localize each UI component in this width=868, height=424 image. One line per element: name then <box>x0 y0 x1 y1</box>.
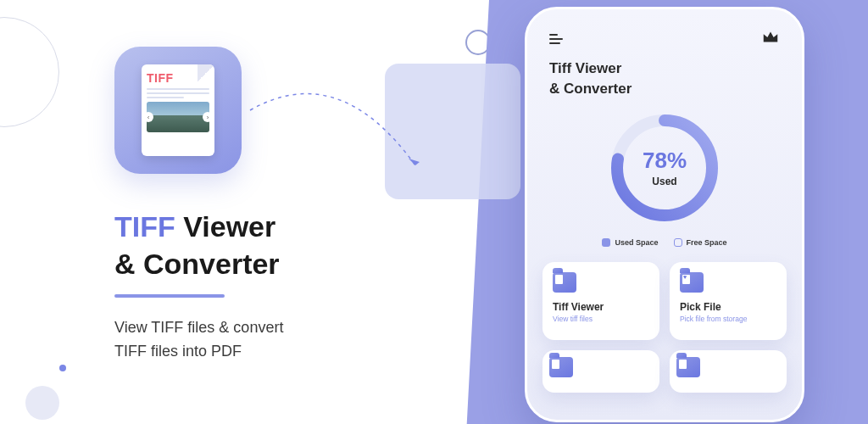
menu-icon[interactable] <box>549 34 565 44</box>
card-title: Pick File <box>680 301 776 313</box>
hero-subtitle: View TIFF files & convert TIFF files int… <box>114 316 283 364</box>
legend-used-label: Used Space <box>615 238 658 247</box>
headline-line2: & Converter <box>114 248 280 280</box>
gauge-label: Used <box>652 176 676 187</box>
deco-circle-filled <box>25 386 59 420</box>
legend-used: Used Space <box>602 238 658 247</box>
card-subtitle: View tiff files <box>553 315 649 323</box>
phone-mockup: Tiff Viewer & Converter 78% Used Used Sp… <box>525 7 804 422</box>
file-type-label: TIFF <box>147 71 209 85</box>
card-pick-file[interactable]: Pick File Pick file from storage <box>670 262 787 340</box>
legend-used-swatch-icon <box>602 238 610 247</box>
folder-doc-icon <box>553 272 576 293</box>
deco-circle-outline <box>0 17 59 127</box>
headline-accent: TIFF <box>114 210 175 243</box>
phone-app-title: Tiff Viewer & Converter <box>527 50 802 99</box>
hero-headline: TIFF Viewer & Converter <box>114 208 283 282</box>
action-cards: Tiff Viewer View tiff files Pick File Pi… <box>527 247 802 393</box>
card-tiff-viewer[interactable]: Tiff Viewer View tiff files <box>542 262 659 340</box>
gauge-percent: 78% <box>643 148 687 174</box>
crown-icon[interactable] <box>761 28 780 50</box>
gauge-legend: Used Space Free Space <box>527 238 802 247</box>
file-thumbnail-icon: ‹ › <box>147 102 209 132</box>
file-lines-icon <box>147 88 209 98</box>
legend-free-label: Free Space <box>687 238 727 247</box>
card-stub[interactable] <box>670 350 787 393</box>
headline-rest1: Viewer <box>175 210 275 243</box>
next-arrow-icon: › <box>203 112 213 122</box>
app-title-line2: & Converter <box>549 81 632 97</box>
subtitle-line1: View TIFF files & convert <box>114 319 283 336</box>
card-title: Tiff Viewer <box>553 301 649 313</box>
card-stub[interactable] <box>542 350 659 393</box>
app-title-line1: Tiff Viewer <box>549 60 621 76</box>
app-icon: TIFF ‹ › <box>114 47 242 174</box>
folder-icon <box>549 357 573 377</box>
card-subtitle: Pick file from storage <box>680 315 776 323</box>
tiff-file-icon: TIFF ‹ › <box>142 64 214 156</box>
folder-heart-icon <box>680 272 704 293</box>
storage-gauge: 78% Used <box>527 111 802 225</box>
prev-arrow-icon: ‹ <box>143 112 153 122</box>
subtitle-line2: TIFF files into PDF <box>114 343 242 360</box>
legend-free-swatch-icon <box>674 238 682 247</box>
phone-header <box>527 28 802 50</box>
folder-icon <box>676 357 700 377</box>
deco-dot <box>59 365 66 371</box>
legend-free: Free Space <box>674 238 727 247</box>
hero-section: TIFF ‹ › TIFF Viewer & Converter View TI… <box>114 47 283 364</box>
headline-underline <box>114 294 225 298</box>
